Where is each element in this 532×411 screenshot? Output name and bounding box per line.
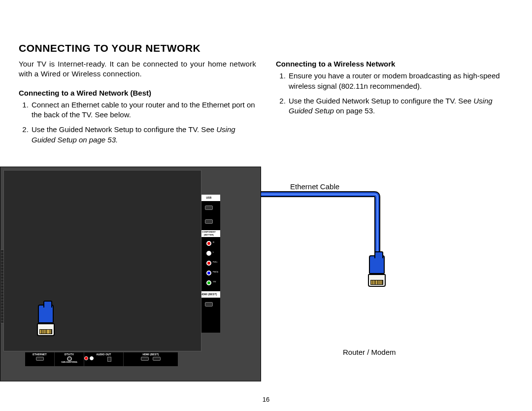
wireless-step-2c: on page 53. [334,106,375,115]
wireless-step-2a: Use the Guided Network Setup to configur… [289,97,473,105]
section-heading: CONNECTING TO YOUR NETWORK [19,42,200,54]
rca-y [206,280,211,285]
mount-screw [69,325,77,333]
wireless-step-2: Use the Guided Network Setup to configur… [288,96,513,116]
rca-red [206,241,211,246]
rca-y-label: Y/V [213,280,219,283]
audio-rca-r [84,356,88,360]
rca-r-label: R [213,241,219,243]
tv-vent-grille [0,249,185,323]
hdmi-port-side [205,302,213,307]
two-column-text: Your TV is Internet-ready. It can be con… [19,59,513,150]
audio-rca-l [90,356,94,360]
optical-port [107,357,111,362]
hdmi-port-2 [153,357,161,361]
rca-white [206,251,211,256]
page-number: 16 [0,396,532,403]
bottom-port-panel: ETHERNET DTV/TV CABLE/ANTENNA AUDIO OUT [25,352,178,366]
wired-subheading: Connecting to a Wired Network (Best) [19,88,256,98]
rj45-connector-tv [36,305,56,339]
wired-step-1: Connect an Ethernet cable to your router… [31,100,256,120]
rca-pb-label: Pb/Cb [213,271,219,273]
ethernet-port [36,357,44,361]
rca-pb [206,271,211,275]
rj45-connector-router [367,255,387,290]
usb-port-1 [205,206,213,210]
wireless-steps: Ensure you have a router or modem broadc… [276,71,513,116]
hdmi-side-label: HDMI (BEST) [198,291,220,298]
side-port-panel: USB COMPONENT (BETTER) R L Pr/Cr Pb/Cb Y… [198,195,220,333]
ethernet-label: ETHERNET [25,352,54,356]
right-column: Connecting to a Wireless Network Ensure … [276,59,513,150]
wired-step-2: Use the Guided Network Setup to configur… [31,125,256,145]
connection-diagram: USB COMPONENT (BETTER) R L Pr/Cr Pb/Cb Y… [0,167,532,393]
hdmi-port-1 [141,357,149,361]
component-label: COMPONENT (BETTER) [198,230,220,237]
usb-label: USB [198,195,220,201]
dtv-sub-label: CABLE/ANTENNA [55,361,84,363]
dtv-label: DTV/TV [55,352,84,356]
hdmi-bottom-label: HDMI (BEST) [124,352,178,356]
wired-steps: Connect an Ethernet cable to your router… [19,100,256,145]
rca-l-label: L [213,251,219,253]
left-column: Your TV is Internet-ready. It can be con… [19,59,256,150]
rca-pr [206,261,211,266]
rca-pr-label: Pr/Cr [213,261,219,263]
audio-label: AUDIO OUT [84,352,123,356]
wireless-step-1: Ensure you have a router or modem broadc… [288,71,513,91]
wired-step-2a: Use the Guided Network Setup to configur… [32,125,216,134]
wireless-subheading: Connecting to a Wireless Network [276,59,513,69]
coax-port [67,356,72,361]
tv-back-panel: USB COMPONENT (BETTER) R L Pr/Cr Pb/Cb Y… [0,167,261,381]
usb-port-2 [205,219,213,224]
intro-paragraph: Your TV is Internet-ready. It can be con… [19,59,256,79]
